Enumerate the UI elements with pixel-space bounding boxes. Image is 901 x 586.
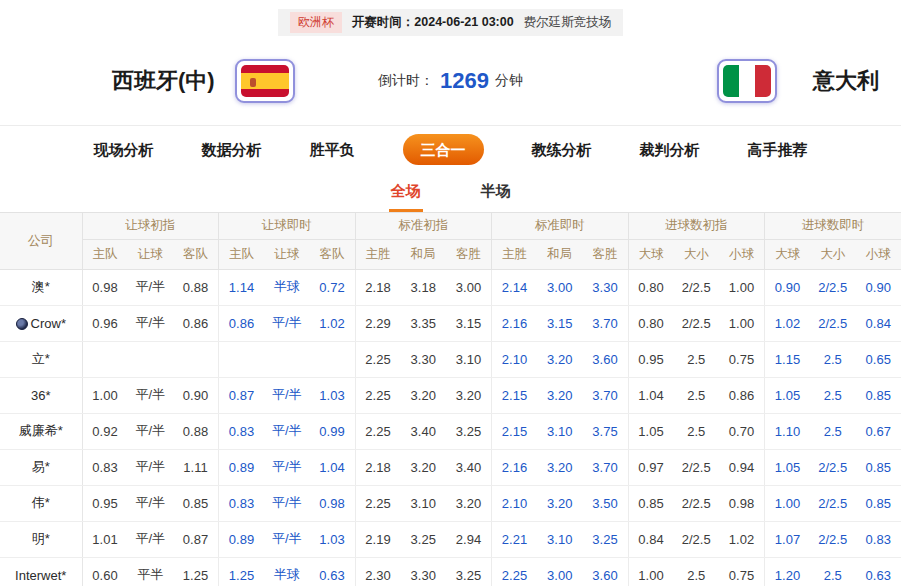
home-team: 西班牙(中)	[112, 59, 295, 103]
venue-name: 费尔廷斯竞技场	[524, 14, 612, 31]
odds-cell: 2.25	[355, 377, 401, 413]
col-group-standard-initial: 标准初指	[355, 213, 492, 239]
odds-cell: 2.5	[674, 557, 720, 586]
odds-cell: 0.87	[173, 521, 219, 557]
company-cell[interactable]: 36*	[0, 377, 82, 413]
odds-cell: 2.5	[810, 377, 856, 413]
odds-cell: 2.5	[674, 341, 720, 377]
nav-item-referee-analysis[interactable]: 裁判分析	[640, 142, 700, 157]
col-sub-handicap-initial-1: 让球	[128, 239, 174, 269]
odds-cell: 0.75	[719, 341, 765, 377]
odds-cell: 3.70	[583, 305, 629, 341]
company-cell[interactable]: 伟*	[0, 485, 82, 521]
odds-cell: 0.86	[173, 305, 219, 341]
company-cell[interactable]: Crow*	[0, 305, 82, 341]
nav-item-expert-picks[interactable]: 高手推荐	[748, 142, 808, 157]
odds-cell: 2/2.5	[810, 521, 856, 557]
odds-cell: 3.20	[537, 341, 583, 377]
col-sub-standard-live-1: 和局	[537, 239, 583, 269]
nav-item-data-analysis[interactable]: 数据分析	[202, 142, 262, 157]
odds-cell: 3.20	[537, 449, 583, 485]
home-team-name: 西班牙(中)	[112, 66, 215, 96]
col-sub-handicap-live-2: 客队	[310, 239, 356, 269]
odds-cell: 3.40	[401, 413, 447, 449]
odds-cell: 1.07	[765, 521, 811, 557]
odds-cell: 3.20	[537, 377, 583, 413]
countdown-label: 倒计时：	[378, 72, 434, 90]
odds-cell: 3.10	[537, 521, 583, 557]
odds-cell: 0.95	[628, 341, 674, 377]
nav-item-live-analysis[interactable]: 现场分析	[94, 142, 154, 157]
italy-flag-icon	[723, 65, 771, 97]
col-group-handicap-initial: 让球初指	[82, 213, 219, 239]
odds-cell: 0.80	[628, 305, 674, 341]
nav-item-three-in-one[interactable]: 三合一	[403, 134, 484, 165]
odds-cell: 0.88	[173, 413, 219, 449]
col-sub-goals-live-2: 小球	[856, 239, 901, 269]
company-cell[interactable]: 明*	[0, 521, 82, 557]
odds-cell: 2.19	[355, 521, 401, 557]
odds-cell	[128, 341, 174, 377]
odds-cell: 2/2.5	[674, 305, 720, 341]
odds-cell: 3.20	[537, 485, 583, 521]
company-cell[interactable]: 易*	[0, 449, 82, 485]
odds-cell: 0.98	[310, 485, 356, 521]
odds-cell: 3.70	[583, 377, 629, 413]
company-cell[interactable]: Interwet*	[0, 557, 82, 586]
kickoff-label: 开赛时间：	[352, 15, 415, 29]
nav-item-coach-analysis[interactable]: 教练分析	[532, 142, 592, 157]
home-flag-card	[235, 59, 295, 103]
odds-cell: 2/2.5	[674, 521, 720, 557]
odds-cell: 0.87	[219, 377, 265, 413]
odds-cell: 0.94	[719, 449, 765, 485]
odds-cell: 2.5	[810, 413, 856, 449]
col-sub-standard-initial-0: 主胜	[355, 239, 401, 269]
odds-cell: 3.35	[401, 305, 447, 341]
countdown-unit: 分钟	[495, 72, 523, 90]
company-cell[interactable]: 澳*	[0, 269, 82, 305]
col-sub-handicap-initial-2: 客队	[173, 239, 219, 269]
company-cell[interactable]: 威廉希*	[0, 413, 82, 449]
odds-cell: 0.86	[719, 377, 765, 413]
tab-half-match[interactable]: 半场	[479, 176, 513, 212]
table-row: 澳*0.98平/半0.881.14半球0.722.183.183.002.143…	[0, 269, 901, 305]
odds-cell: 3.25	[583, 521, 629, 557]
odds-cell: 1.02	[719, 521, 765, 557]
odds-table: 公司让球初指让球即时标准初指标准即时进球数初指进球数即时主队让球客队主队让球客队…	[0, 213, 901, 586]
odds-cell: 3.20	[401, 377, 447, 413]
league-badge[interactable]: 欧洲杯	[290, 12, 342, 33]
kickoff-time: 开赛时间：2024-06-21 03:00	[352, 14, 514, 31]
odds-cell: 2.16	[492, 305, 538, 341]
odds-cell: 2/2.5	[674, 269, 720, 305]
odds-cell: 2.25	[355, 413, 401, 449]
odds-cell: 3.30	[401, 557, 447, 586]
odds-cell: 1.02	[310, 305, 356, 341]
table-row: Crow*0.96平/半0.860.86平/半1.022.293.353.152…	[0, 305, 901, 341]
odds-cell: 2.94	[446, 521, 492, 557]
table-row: 立*2.253.303.102.103.203.600.952.50.751.1…	[0, 341, 901, 377]
tab-full-match[interactable]: 全场	[389, 176, 423, 212]
odds-cell: 0.85	[856, 377, 901, 413]
odds-cell: 0.95	[82, 485, 128, 521]
table-row: Interwet*0.60平半1.251.25半球0.632.303.303.2…	[0, 557, 901, 586]
odds-cell: 1.05	[628, 413, 674, 449]
odds-cell: 0.89	[219, 449, 265, 485]
nav-item-win-draw-lose[interactable]: 胜平负	[310, 142, 355, 157]
odds-cell: 1.02	[765, 305, 811, 341]
odds-cell: 0.75	[719, 557, 765, 586]
away-flag-card	[717, 59, 777, 103]
col-sub-standard-initial-1: 和局	[401, 239, 447, 269]
odds-cell: 3.00	[537, 557, 583, 586]
col-sub-standard-live-2: 客胜	[583, 239, 629, 269]
odds-cell: 0.70	[719, 413, 765, 449]
odds-cell: 2/2.5	[674, 449, 720, 485]
odds-cell: 1.04	[310, 449, 356, 485]
odds-cell: 1.05	[765, 377, 811, 413]
odds-cell: 3.75	[583, 413, 629, 449]
col-group-standard-live: 标准即时	[492, 213, 629, 239]
odds-cell: 平/半	[264, 521, 310, 557]
odds-cell: 1.11	[173, 449, 219, 485]
company-cell[interactable]: 立*	[0, 341, 82, 377]
odds-cell: 2.18	[355, 269, 401, 305]
odds-cell: 0.89	[219, 521, 265, 557]
